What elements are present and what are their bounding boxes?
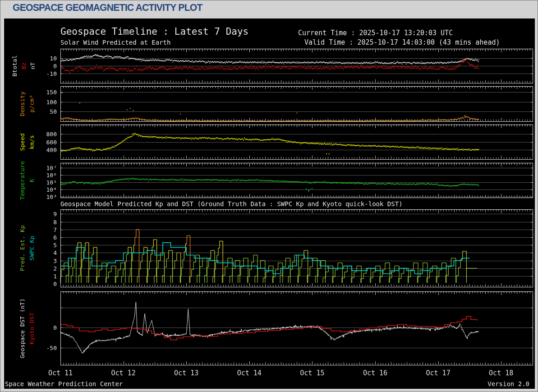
y-axis-label-kp-1: SWPC Kp — [28, 236, 35, 261]
y-tick-label: 1 — [53, 273, 57, 280]
valid-time-label: Valid Time : 2025-10-17 14:03:00 (43 min… — [304, 39, 500, 46]
y-axis-label-dst-1: Kyoto DST — [28, 312, 35, 344]
y-axis-label-imf-1: Bz — [20, 62, 27, 69]
y-axis-label-den-0: Density — [19, 92, 26, 116]
footer-version-label: Version 2.0 — [487, 381, 529, 387]
y-axis-label-tmp-1: K — [28, 179, 35, 182]
y-tick-label: 0 — [53, 281, 57, 287]
y-axis-label-dst-0: Geospace DST (nT) — [19, 298, 26, 358]
x-tick-label: Oct 14 — [237, 369, 262, 377]
x-tick-label: Oct 18 — [489, 369, 513, 377]
x-tick-label: Oct 12 — [111, 369, 136, 377]
solar-wind-caption: Solar Wind Predicted at Earth — [60, 39, 170, 46]
y-axis-label-spd-0: Speed — [19, 133, 26, 151]
y-tick-label: -10 — [46, 70, 57, 77]
y-tick-label: 10³ — [46, 194, 57, 200]
x-tick-label: Oct 13 — [174, 369, 198, 377]
y-tick-label: 400 — [46, 147, 57, 153]
y-tick-label: 150 — [46, 89, 57, 96]
footer-org-label: Space Weather Prediction Center — [5, 381, 123, 387]
y-tick-label: 10⁵ — [46, 179, 57, 186]
y-tick-label: 50 — [50, 108, 57, 115]
x-tick-label: Oct 16 — [363, 369, 387, 377]
y-tick-label: 10⁷ — [46, 165, 57, 171]
y-tick-label: 2 — [53, 265, 57, 272]
y-tick-label: 100 — [46, 99, 57, 106]
plot-title: Geospace Timeline : Latest 7 Days — [60, 27, 248, 37]
y-axis-label-spd-1: km/s — [28, 135, 35, 149]
y-tick-label: 8 — [53, 219, 57, 226]
y-tick-label: 4 — [53, 249, 57, 256]
timeline-plot-canvas — [0, 0, 538, 392]
y-tick-label: 5 — [53, 242, 57, 249]
y-axis-label-imf-2: nT — [29, 62, 36, 69]
current-time-label: Current Time : 2025-10-17 13:20:03 UTC — [298, 30, 453, 37]
y-tick-label: 10⁶ — [46, 172, 57, 179]
y-tick-label: 10 — [50, 55, 57, 62]
geospace-activity-page: { "header": { "title": "GEOSPACE GEOMAGN… — [0, 0, 538, 392]
y-tick-label: -50 — [46, 345, 57, 351]
y-tick-label: 3 — [53, 258, 57, 264]
y-tick-label: 10⁴ — [46, 186, 57, 193]
kp-dst-caption: Geospace Model Predicted Kp and DST (Gro… — [60, 201, 403, 207]
y-tick-label: 7 — [53, 226, 57, 233]
y-axis-label-imf-0: Btotal — [11, 55, 18, 77]
y-axis-label-den-1: p/cm³ — [28, 95, 35, 112]
y-tick-label: 9 — [53, 211, 57, 217]
x-tick-label: Oct 11 — [48, 369, 73, 377]
y-axis-label-tmp-0: Temperature — [19, 161, 26, 199]
y-tick-label: 600 — [46, 139, 57, 146]
x-tick-label: Oct 15 — [300, 369, 324, 377]
x-tick-label: Oct 17 — [426, 369, 451, 377]
y-axis-label-kp-0: Pred. Est. Kp — [19, 225, 26, 271]
y-tick-label: 0 — [53, 63, 57, 69]
y-tick-label: 800 — [46, 131, 57, 138]
y-tick-label: 0 — [53, 324, 57, 331]
y-tick-label: 6 — [53, 234, 57, 241]
